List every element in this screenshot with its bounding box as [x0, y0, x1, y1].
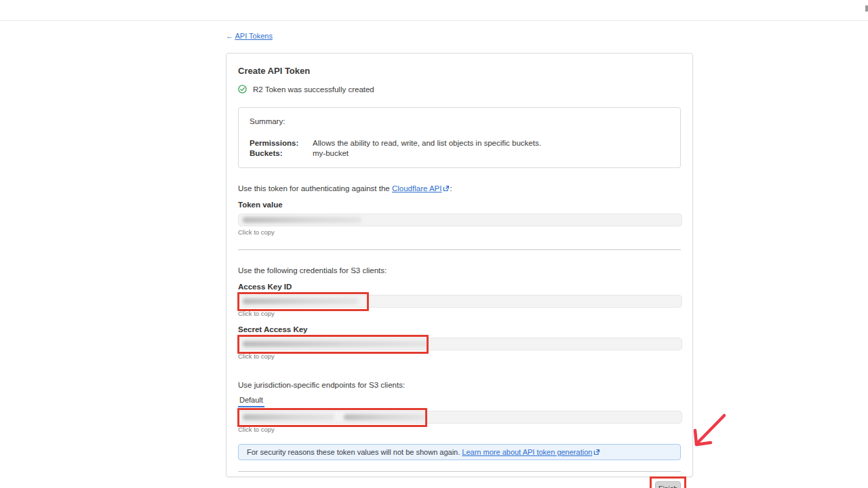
token-intro-prefix: Use this token for authenticating agains… [238, 184, 392, 192]
s3-section-intro: Use the following credentials for S3 cli… [238, 266, 681, 274]
endpoint-blob-gap [334, 414, 344, 420]
create-api-token-card: Create API Token R2 Token was successful… [226, 53, 693, 477]
external-link-icon [593, 449, 600, 455]
access-key-id-field[interactable] [238, 295, 682, 308]
summary-rows: Permissions: Allows the ability to read,… [250, 139, 669, 157]
back-link-label: API Tokens [235, 32, 272, 40]
tab-default[interactable]: Default [238, 396, 264, 407]
access-key-field-wrap [238, 295, 681, 308]
page-title: Create API Token [238, 66, 681, 76]
summary-permissions-value: Allows the ability to read, write, and l… [313, 139, 669, 147]
redacted-endpoint-part1 [243, 414, 334, 420]
token-section-intro: Use this token for authenticating agains… [238, 184, 681, 192]
token-copy-hint: Click to copy [238, 228, 681, 236]
top-right-ui-fragment [865, 5, 868, 12]
jurisdiction-section-intro: Use jurisdiction-specific endpoints for … [238, 381, 681, 389]
endpoint-copy-hint: Click to copy [238, 426, 681, 433]
back-to-api-tokens-link[interactable]: ← API Tokens [226, 32, 273, 40]
redacted-endpoint-part2 [344, 414, 425, 420]
top-header-bar [0, 0, 868, 21]
security-warning-banner: For security reasons these token values … [238, 444, 681, 460]
success-message-row: R2 Token was successfully created [238, 85, 681, 94]
redacted-access-key [243, 298, 358, 304]
learn-more-link[interactable]: Learn more about API token generation [462, 448, 592, 456]
footer-divider [238, 471, 681, 472]
summary-heading: Summary: [250, 117, 669, 125]
external-link-icon [443, 185, 450, 192]
summary-buckets-value: my-bucket [313, 149, 669, 157]
s3-endpoint-field[interactable] [238, 411, 682, 424]
finish-button-wrap: Finish [655, 481, 681, 488]
token-value-field[interactable] [238, 214, 682, 226]
redacted-token-value [243, 217, 361, 223]
footer-actions: Finish [238, 481, 681, 488]
token-intro-suffix: : [450, 184, 452, 192]
summary-buckets-label: Buckets: [250, 149, 313, 157]
summary-box: Summary: Permissions: Allows the ability… [238, 107, 681, 168]
secret-access-key-field[interactable] [238, 338, 682, 350]
success-message-text: R2 Token was successfully created [253, 85, 374, 94]
annotation-arrow [688, 409, 731, 451]
token-value-field-wrap [238, 214, 681, 226]
summary-permissions-label: Permissions: [250, 139, 313, 147]
back-arrow-icon: ← [226, 32, 233, 40]
access-key-copy-hint: Click to copy [238, 310, 681, 317]
token-value-label: Token value [238, 201, 681, 209]
access-key-id-label: Access Key ID [238, 283, 681, 291]
finish-button[interactable]: Finish [655, 481, 681, 488]
secret-key-copy-hint: Click to copy [238, 352, 681, 360]
section-divider [238, 249, 681, 250]
endpoint-field-wrap [238, 411, 681, 424]
secret-key-field-wrap [238, 338, 681, 350]
redacted-secret-key [243, 341, 427, 347]
security-warning-text: For security reasons these token values … [247, 448, 460, 456]
secret-access-key-label: Secret Access Key [238, 325, 681, 333]
success-check-icon [238, 85, 247, 94]
cloudflare-api-link[interactable]: Cloudflare API [392, 184, 442, 192]
